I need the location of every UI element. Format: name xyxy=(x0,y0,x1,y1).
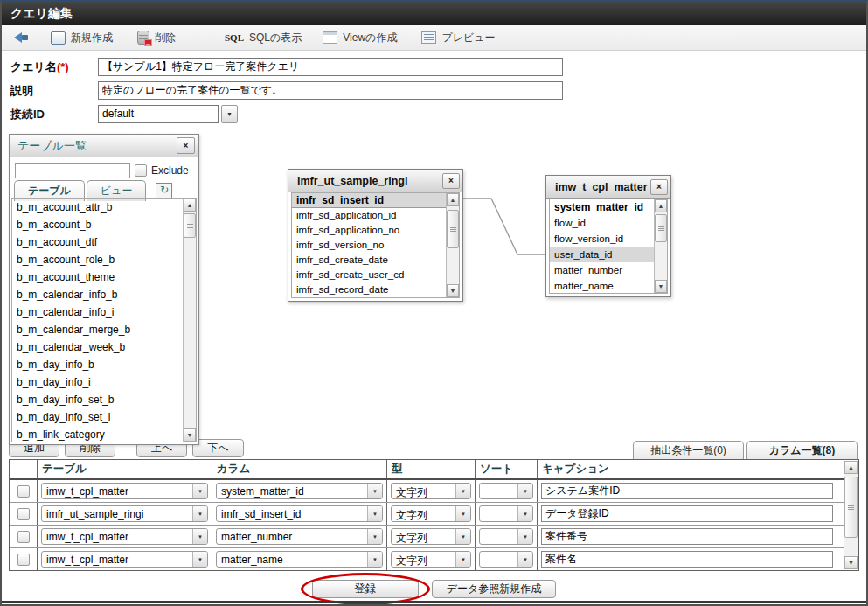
chevron-down-icon[interactable]: ▼ xyxy=(221,105,238,123)
scroll-down-icon[interactable]: ▼ xyxy=(844,556,858,569)
caption-input[interactable] xyxy=(541,528,833,545)
close-icon[interactable]: × xyxy=(442,173,460,189)
scroll-up-icon[interactable]: ▲ xyxy=(844,461,858,474)
type-select[interactable]: 文字列▼ xyxy=(391,483,471,499)
register-button[interactable]: 登録 xyxy=(312,580,419,598)
table-select[interactable]: imw_t_cpl_matter▼ xyxy=(41,528,208,545)
caption-input[interactable] xyxy=(541,483,833,499)
table-list-item[interactable]: b_m_link_category xyxy=(12,426,196,442)
table-list-item[interactable]: b_m_calendar_info_i xyxy=(12,303,196,321)
diagram-table-matter-header[interactable]: imw_t_cpl_matter × xyxy=(546,176,670,199)
diagram-field[interactable]: matter_number xyxy=(550,262,654,278)
tab-conditions[interactable]: 抽出条件一覧(0) xyxy=(633,441,744,459)
scroll-down-icon[interactable]: ▼ xyxy=(184,428,196,442)
table-list-item[interactable]: b_m_day_info_set_b xyxy=(12,391,196,408)
table-list-item[interactable]: b_m_day_info_b xyxy=(12,356,196,373)
chevron-down-icon[interactable]: ▼ xyxy=(192,552,207,567)
diagram-field[interactable]: user_data_id xyxy=(550,247,654,262)
diagram-table-matter[interactable]: imw_t_cpl_matter × system_matter_idflow_… xyxy=(545,175,671,297)
chevron-down-icon[interactable]: ▼ xyxy=(517,484,532,498)
row-checkbox[interactable] xyxy=(17,554,30,566)
chevron-down-icon[interactable]: ▼ xyxy=(192,484,207,498)
diagram-box-scrollbar[interactable]: ▲ ▼ xyxy=(446,193,459,297)
chevron-down-icon[interactable]: ▼ xyxy=(517,529,532,544)
data-reference-new-button[interactable]: データ参照新規作成 xyxy=(432,580,557,598)
back-button[interactable] xyxy=(14,32,29,43)
table-select[interactable]: imfr_ut_sample_ringi▼ xyxy=(41,505,208,522)
chevron-down-icon[interactable]: ▼ xyxy=(367,552,382,567)
diagram-field[interactable]: imfr_sd_create_date xyxy=(292,253,446,268)
toolbar-show-sql-button[interactable]: SQL SQLの表示 xyxy=(225,31,302,45)
diagram-field[interactable]: system_matter_id xyxy=(550,199,654,215)
scroll-up-icon[interactable]: ▲ xyxy=(447,193,459,206)
table-list-item[interactable]: b_m_account_theme xyxy=(12,268,196,286)
table-list-item[interactable]: b_m_account_attr_b xyxy=(12,199,196,216)
move-down-button[interactable]: 下へ xyxy=(192,439,243,457)
chevron-down-icon[interactable]: ▼ xyxy=(455,506,470,521)
column-select[interactable]: system_matter_id▼ xyxy=(216,483,383,499)
table-list-scrollbar[interactable]: ▲ ▼ xyxy=(183,199,196,442)
type-select[interactable]: 文字列▼ xyxy=(391,551,471,568)
toolbar-delete-button[interactable]: 削除 xyxy=(137,31,176,45)
caption-input[interactable] xyxy=(541,505,833,522)
exclude-checkbox[interactable] xyxy=(135,164,147,177)
table-list-item[interactable]: b_m_account_b xyxy=(12,216,196,233)
scroll-down-icon[interactable]: ▼ xyxy=(655,280,667,293)
sort-select[interactable]: ▼ xyxy=(479,551,533,568)
diagram-field[interactable]: imfr_sd_application_id xyxy=(292,208,446,223)
table-list-item[interactable]: b_m_account_dtf xyxy=(12,233,196,251)
table-list-item[interactable]: b_m_calendar_info_b xyxy=(12,286,196,303)
table-list-item[interactable]: b_m_calendar_week_b xyxy=(12,338,196,356)
type-select[interactable]: 文字列▼ xyxy=(391,528,471,545)
row-checkbox[interactable] xyxy=(17,485,30,498)
diagram-field[interactable]: imfr_sd_version_no xyxy=(292,238,446,253)
scroll-up-icon[interactable]: ▲ xyxy=(655,199,667,212)
diagram-table-ringi-header[interactable]: imfr_ut_sample_ringi × xyxy=(288,170,462,192)
chevron-down-icon[interactable]: ▼ xyxy=(192,529,207,544)
diagram-field[interactable]: matter_name xyxy=(550,278,654,294)
close-icon[interactable]: × xyxy=(177,137,195,154)
caption-input[interactable] xyxy=(541,551,833,568)
chevron-down-icon[interactable]: ▼ xyxy=(192,506,207,521)
scroll-down-icon[interactable]: ▼ xyxy=(447,284,459,297)
diagram-field[interactable]: imfr_sd_create_user_cd xyxy=(292,268,446,282)
chevron-down-icon[interactable]: ▼ xyxy=(455,484,470,498)
sort-select[interactable]: ▼ xyxy=(479,505,533,522)
chevron-down-icon[interactable]: ▼ xyxy=(517,552,532,567)
table-list-item[interactable]: b_m_day_info_set_i xyxy=(12,408,196,426)
row-checkbox[interactable] xyxy=(17,508,30,520)
diagram-box-scrollbar[interactable]: ▲ ▼ xyxy=(654,199,667,293)
table-list-item[interactable]: b_m_account_role_b xyxy=(12,251,196,268)
column-select[interactable]: imfr_sd_insert_id▼ xyxy=(216,505,383,522)
diagram-table-ringi[interactable]: imfr_ut_sample_ringi × imfr_sd_insert_id… xyxy=(288,169,463,302)
grid-scrollbar[interactable]: ▲ ▼ xyxy=(844,461,858,569)
sort-select[interactable]: ▼ xyxy=(479,483,533,499)
toolbar-create-view-button[interactable]: Viewの作成 xyxy=(323,31,397,45)
diagram-field[interactable]: flow_version_id xyxy=(550,231,654,247)
description-input[interactable] xyxy=(98,81,563,100)
toolbar-preview-button[interactable]: プレビュー xyxy=(421,31,495,45)
row-checkbox[interactable] xyxy=(17,531,30,543)
diagram-field[interactable]: imfr_sd_application_no xyxy=(292,223,446,238)
chevron-down-icon[interactable]: ▼ xyxy=(517,506,532,521)
scroll-up-icon[interactable]: ▲ xyxy=(184,199,196,212)
table-filter-input[interactable] xyxy=(15,163,130,178)
table-list-item[interactable]: b_m_calendar_merge_b xyxy=(12,321,196,338)
diagram-field[interactable]: imfr_sd_insert_id xyxy=(292,193,446,208)
chevron-down-icon[interactable]: ▼ xyxy=(367,484,382,498)
sort-select[interactable]: ▼ xyxy=(479,528,533,545)
chevron-down-icon[interactable]: ▼ xyxy=(455,552,470,567)
table-select[interactable]: imw_t_cpl_matter▼ xyxy=(41,483,208,499)
diagram-field[interactable]: flow_id xyxy=(550,215,654,231)
query-name-input[interactable] xyxy=(98,58,563,76)
toolbar-new-button[interactable]: 新規作成 xyxy=(51,31,113,45)
chevron-down-icon[interactable]: ▼ xyxy=(367,529,382,544)
connection-id-select[interactable]: default ▼ xyxy=(98,105,238,123)
column-select[interactable]: matter_number▼ xyxy=(216,528,383,545)
diagram-field[interactable]: imfr_sd_record_date xyxy=(292,282,446,297)
column-select[interactable]: matter_name▼ xyxy=(216,551,383,568)
chevron-down-icon[interactable]: ▼ xyxy=(455,529,470,544)
close-icon[interactable]: × xyxy=(650,179,668,195)
tab-columns[interactable]: カラム一覧(8) xyxy=(746,441,858,459)
table-select[interactable]: imw_t_cpl_matter▼ xyxy=(41,551,208,568)
